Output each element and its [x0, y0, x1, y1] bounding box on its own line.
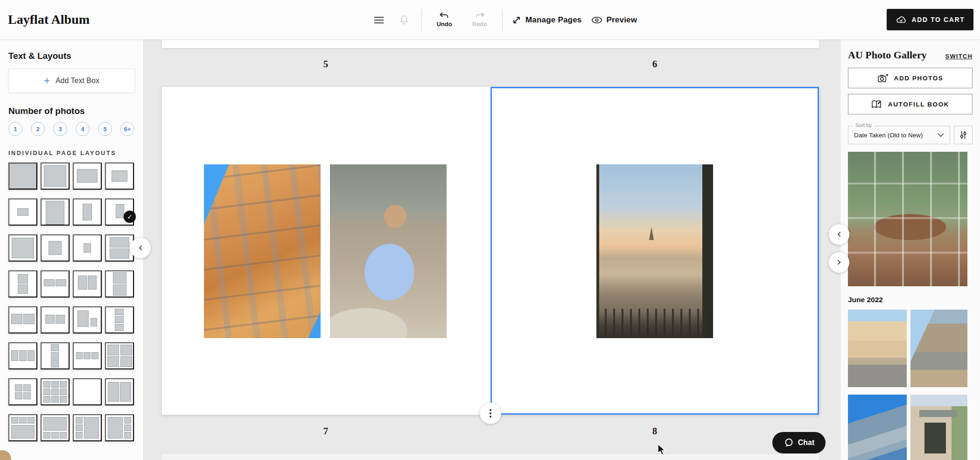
toolbar-divider	[502, 9, 503, 31]
page-photo-paris-balcony-view-eiffel-tower[interactable]	[596, 164, 713, 338]
layout-option-three-stacked-center[interactable]	[41, 342, 70, 369]
sort-dropdown[interactable]: Sort by Date Taken (Old to New)	[848, 126, 950, 144]
gallery-photo-beige-house-street[interactable]	[848, 310, 907, 387]
photo-group-grid	[848, 310, 973, 460]
chat-bubble-icon	[784, 438, 794, 448]
open-book-icon	[871, 100, 882, 109]
page-8-selected[interactable]	[490, 87, 819, 415]
add-photos-button[interactable]: ADD PHOTOS	[848, 68, 973, 88]
page-photo-mediterranean-building-blue-shutters[interactable]	[204, 164, 321, 338]
layout-option-two-landscape-row[interactable]	[41, 270, 70, 297]
layout-option-two-portraits-large[interactable]	[105, 378, 134, 405]
photo-group-heading: June 2022	[848, 296, 973, 304]
layout-option-one-left-three-right[interactable]	[105, 414, 134, 441]
layout-option-grid-3x3[interactable]	[41, 378, 70, 405]
gallery-photo-rocky-hillside-village[interactable]	[910, 310, 967, 387]
page-7[interactable]	[162, 87, 490, 415]
preview-button[interactable]: Preview	[591, 15, 637, 25]
layout-option-landscape-small[interactable]	[8, 198, 37, 226]
layout-option-three-portraits-row[interactable]	[8, 342, 37, 369]
autofill-book-button[interactable]: AUTOFILL BOOK	[848, 94, 973, 114]
photo-count-filter: 123456+	[8, 122, 135, 136]
layouts-heading: INDIVIDUAL PAGE LAYOUTS	[8, 150, 135, 156]
chat-label: Chat	[798, 439, 815, 447]
camera-plus-icon	[877, 73, 889, 83]
layout-option-three-stacked-small[interactable]	[105, 306, 134, 333]
redo-button[interactable]: Redo	[467, 12, 493, 28]
book-canvas: 5 6 7 8	[144, 40, 840, 460]
next-spread-partial[interactable]	[162, 454, 819, 460]
gallery-photo-greenhouse-dining-room[interactable]	[848, 152, 967, 286]
add-to-cart-button[interactable]: ADD TO CART	[887, 9, 973, 30]
layout-option-two-stacked-squares[interactable]	[8, 270, 37, 297]
layout-option-grid-2x2-small[interactable]	[8, 378, 37, 405]
layout-option-square-small[interactable]	[73, 234, 102, 262]
layout-option-full-bleed[interactable]	[8, 163, 37, 190]
toolbar-divider	[421, 9, 422, 31]
chat-button[interactable]: Chat	[772, 432, 826, 453]
layout-option-three-top-one-bottom[interactable]	[8, 414, 37, 441]
layout-option-two-stacked-landscape[interactable]	[105, 234, 134, 262]
layout-option-square-big[interactable]	[8, 234, 37, 262]
chevron-left-icon: ‹	[138, 242, 143, 253]
sort-by-label: Sort by	[853, 122, 874, 128]
collapse-gallery-button[interactable]: ‹	[829, 224, 849, 245]
photo-book-editor: Layflat Album Undo Redo	[0, 0, 980, 460]
redo-label: Redo	[472, 21, 488, 28]
layouts-grid: ✓	[8, 163, 135, 441]
redo-icon	[475, 12, 485, 20]
page-number-8: 8	[645, 425, 664, 437]
bell-icon	[399, 15, 409, 25]
layout-option-portrait-medium[interactable]	[73, 198, 102, 226]
chevron-left-icon: ‹	[837, 228, 841, 240]
menu-button[interactable]	[371, 11, 387, 29]
number-of-photos-heading: Number of photos	[8, 106, 135, 116]
gallery-photo-courtyard-window[interactable]	[910, 395, 967, 460]
previous-spread-partial[interactable]	[162, 40, 819, 48]
layout-option-square-medium[interactable]	[41, 234, 70, 262]
layout-option-blank[interactable]	[73, 378, 102, 405]
layout-option-three-left-one-right[interactable]	[73, 414, 102, 441]
layout-option-portrait-offset[interactable]: ✓	[105, 198, 134, 226]
next-spread-button[interactable]: ›	[829, 252, 849, 273]
layout-option-two-squares-row[interactable]	[41, 306, 70, 333]
manage-pages-label: Manage Pages	[525, 15, 582, 25]
photo-count-6+[interactable]: 6+	[120, 122, 134, 136]
photo-count-2[interactable]: 2	[31, 122, 45, 136]
add-text-box-button[interactable]: + Add Text Box	[8, 69, 135, 93]
hamburger-icon	[374, 15, 384, 25]
layout-option-portrait-bleed[interactable]	[41, 198, 70, 226]
undo-label: Undo	[436, 21, 452, 28]
switch-gallery-link[interactable]: SWITCH	[945, 53, 973, 60]
photo-count-1[interactable]: 1	[8, 122, 22, 136]
layout-option-two-squares-row-large[interactable]	[8, 306, 37, 333]
layout-option-portrait-plus-small[interactable]	[73, 306, 102, 333]
photo-count-4[interactable]: 4	[76, 122, 90, 136]
filter-photos-button[interactable]	[954, 126, 973, 144]
layout-option-landscape-medium[interactable]	[105, 163, 134, 190]
layout-option-two-stacked-large[interactable]	[105, 270, 134, 297]
add-text-box-label: Add Text Box	[56, 77, 99, 85]
layout-option-one-top-three-bottom[interactable]	[41, 414, 70, 441]
app-logo: Layflat Album	[8, 12, 90, 27]
page-number-7: 7	[316, 425, 335, 437]
top-bar: Layflat Album Undo Redo	[0, 0, 980, 40]
spread-options-button[interactable]	[480, 403, 501, 424]
page-photo-woman-with-film-camera-on-beach[interactable]	[330, 164, 447, 338]
overflow-dots-icon	[490, 409, 491, 411]
layout-option-large-square[interactable]	[41, 163, 70, 190]
gallery-title: AU Photo Gallery	[848, 49, 927, 61]
layout-option-landscape-large[interactable]	[73, 163, 102, 190]
undo-button[interactable]: Undo	[431, 12, 457, 28]
selected-check-badge: ✓	[124, 211, 136, 223]
gallery-photo-mountain-lake[interactable]	[848, 395, 907, 460]
notifications-button[interactable]	[396, 11, 412, 29]
panel-title: Text & Layouts	[8, 51, 135, 61]
layout-option-grid-2x2-large[interactable]	[105, 342, 134, 369]
layout-option-two-portraits-row[interactable]	[73, 270, 102, 297]
photo-count-5[interactable]: 5	[98, 122, 112, 136]
manage-pages-button[interactable]: Manage Pages	[512, 15, 582, 25]
layout-option-three-small-row[interactable]	[73, 342, 102, 369]
photo-count-3[interactable]: 3	[53, 122, 67, 136]
prev-spread-button[interactable]: ‹	[130, 238, 151, 258]
